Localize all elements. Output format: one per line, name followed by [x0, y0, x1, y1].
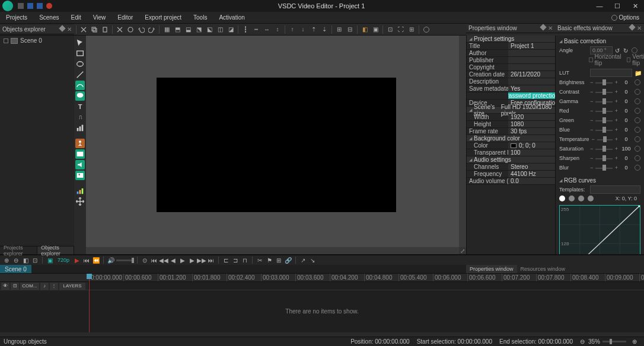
menu-export[interactable]: Export project: [139, 12, 187, 23]
curve-channel-rgb[interactable]: [559, 196, 565, 201]
password-protection-button[interactable]: Password protection: [508, 92, 555, 99]
close-pane-icon[interactable]: ✕: [637, 25, 642, 31]
slider-minus-icon[interactable]: −: [590, 89, 593, 95]
speech-bubble-tool[interactable]: [75, 91, 85, 101]
slider-contrast-value[interactable]: 0: [620, 89, 632, 95]
reset-green-icon[interactable]: [635, 117, 640, 123]
set-in-button[interactable]: ⊏: [222, 256, 230, 264]
ellipse-tool-btn[interactable]: [75, 59, 85, 69]
tl-prev-button[interactable]: ◀: [169, 256, 177, 264]
canvas-expand-icon[interactable]: ⤢: [459, 247, 466, 254]
crop-borders-tool[interactable]: ▣: [371, 25, 380, 34]
slider-minus-icon[interactable]: −: [590, 79, 593, 85]
slider-red[interactable]: [595, 108, 612, 114]
tl-goto-end-button[interactable]: ⏭: [207, 256, 215, 264]
slider-gamma-value[interactable]: 0: [620, 98, 632, 104]
image-tool[interactable]: [75, 171, 85, 180]
menu-edit[interactable]: Edit: [65, 12, 87, 23]
align-left-tool[interactable]: ⬒: [173, 25, 182, 34]
crop-tool[interactable]: ◧: [360, 25, 369, 34]
reset-red-icon[interactable]: [635, 108, 640, 114]
menu-view[interactable]: View: [87, 12, 112, 23]
slider-blue[interactable]: [595, 127, 612, 133]
distribute-h-tool[interactable]: ┇: [241, 25, 250, 34]
preview-fit-button[interactable]: ⊕: [2, 256, 11, 264]
marker-button[interactable]: ⚑: [265, 256, 273, 264]
slider-brightness-value[interactable]: 0: [620, 79, 632, 85]
copy-tool[interactable]: [90, 25, 99, 34]
expand-button[interactable]: ↗: [299, 256, 307, 264]
close-pane-icon[interactable]: ✕: [548, 25, 553, 31]
video-effects-tool[interactable]: [75, 149, 85, 159]
animation-tool[interactable]: [75, 139, 85, 148]
prop-savemeta-value[interactable]: Yes: [508, 85, 555, 92]
tl-layers-header[interactable]: LAYERS: [59, 283, 85, 290]
slider-brightness[interactable]: [595, 79, 612, 85]
curve-channel-r[interactable]: [569, 196, 575, 201]
safe-zone-tool[interactable]: ⊞: [407, 25, 416, 34]
slider-plus-icon[interactable]: +: [615, 155, 618, 161]
ungroup-tool[interactable]: ⊟: [345, 25, 355, 34]
pin-icon[interactable]: [540, 24, 546, 30]
rotate-cw-icon[interactable]: ↻: [623, 47, 629, 53]
move-down-tool[interactable]: ⇣: [320, 25, 329, 34]
tab-projects-explorer[interactable]: Projects explorer: [0, 246, 37, 254]
menu-activation[interactable]: Activation: [213, 12, 250, 23]
paste-tool[interactable]: [100, 25, 110, 34]
reset-temperature-icon[interactable]: [635, 136, 640, 142]
prop-transp-value[interactable]: 100: [508, 149, 555, 156]
slider-plus-icon[interactable]: +: [615, 127, 618, 133]
curve-channel-g[interactable]: [578, 196, 584, 201]
same-width-tool[interactable]: ↔: [262, 25, 272, 34]
chart-tool[interactable]: [75, 123, 85, 133]
slider-plus-icon[interactable]: +: [615, 79, 618, 85]
rgb-curve-canvas[interactable]: 255 128: [559, 205, 640, 254]
clear-sel-button[interactable]: ⊓: [241, 256, 249, 264]
prop-author-value[interactable]: [508, 50, 555, 56]
scene-tab-0[interactable]: Scene 0: [0, 265, 31, 273]
slider-blue-value[interactable]: 0: [620, 127, 632, 133]
status-zoom-slider[interactable]: [602, 341, 626, 342]
snap-button[interactable]: ⊞: [275, 256, 283, 264]
menu-projects[interactable]: Projects: [0, 12, 33, 23]
slider-minus-icon[interactable]: −: [590, 108, 593, 114]
pin-icon[interactable]: [629, 24, 635, 30]
stop-button[interactable]: ⊙: [141, 256, 149, 264]
snap-tool[interactable]: ⊡: [385, 25, 395, 34]
slider-plus-icon[interactable]: +: [615, 108, 618, 114]
link-button[interactable]: 🔗: [284, 256, 292, 264]
menu-editor[interactable]: Editor: [111, 12, 139, 23]
slider-blur[interactable]: [595, 165, 612, 171]
reset-contrast-icon[interactable]: [635, 89, 640, 95]
play-button[interactable]: ▶: [73, 256, 81, 264]
tl-play-button[interactable]: ▶: [178, 256, 187, 264]
line-tool[interactable]: [75, 70, 85, 79]
slider-blur-value[interactable]: 0: [620, 165, 632, 171]
distribute-v-tool[interactable]: ┅: [251, 25, 261, 34]
prop-channels-value[interactable]: Stereo: [508, 164, 555, 170]
section-audio-settings[interactable]: Audio settings: [467, 156, 555, 164]
rect-tool[interactable]: [75, 49, 85, 58]
section-background-color[interactable]: Background color: [467, 135, 555, 142]
preview-quality-button[interactable]: ◧: [21, 256, 30, 264]
section-rgb-curves[interactable]: RGB curves: [559, 176, 640, 185]
new-project-icon[interactable]: [18, 3, 24, 9]
cursor-tool[interactable]: [75, 38, 85, 47]
templates-combo[interactable]: [590, 185, 640, 194]
vflip-checkbox[interactable]: Vertical flip: [627, 53, 644, 66]
slider-minus-icon[interactable]: −: [590, 127, 593, 133]
reset-saturation-icon[interactable]: [635, 146, 640, 152]
pin-icon[interactable]: [59, 25, 65, 31]
volume-slider[interactable]: [116, 260, 134, 261]
cut-tool[interactable]: [79, 25, 88, 34]
prop-title-value[interactable]: Project 1: [508, 43, 555, 49]
prop-fps-value[interactable]: 30 fps: [508, 128, 555, 134]
settings-tool[interactable]: [422, 25, 431, 34]
collapse-button[interactable]: ↘: [308, 256, 317, 264]
preview-resolution[interactable]: 720p: [55, 257, 72, 263]
align-bottom-tool[interactable]: ◪: [226, 25, 235, 34]
text-tool[interactable]: T: [75, 102, 85, 111]
slider-plus-icon[interactable]: +: [615, 117, 618, 123]
tl-audio-icon[interactable]: ♪: [40, 283, 49, 290]
counter-tool[interactable]: [75, 186, 85, 196]
